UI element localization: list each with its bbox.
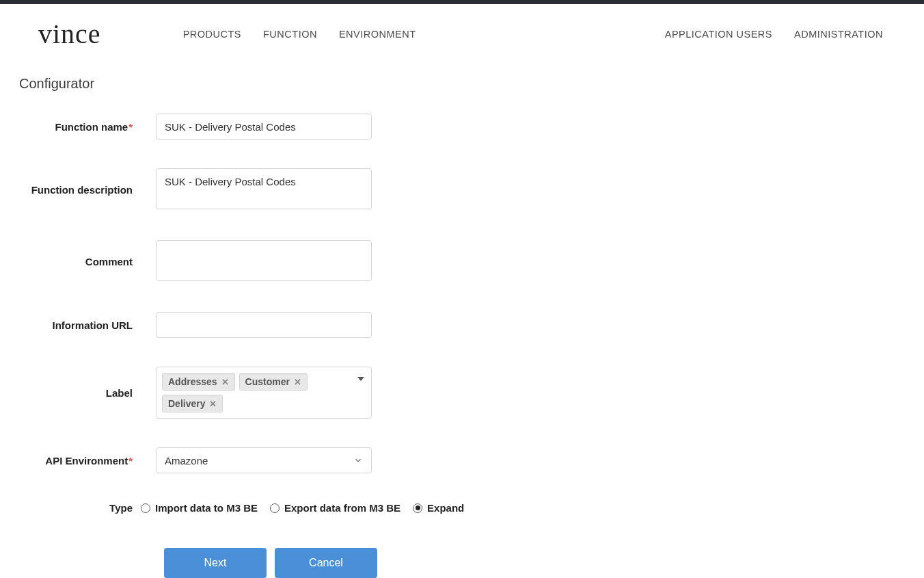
brand-logo: vince <box>38 18 101 50</box>
label-comment: Comment <box>0 256 141 267</box>
row-information-url: Information URL <box>0 312 924 338</box>
radio-export[interactable]: Export data from M3 BE <box>270 502 400 514</box>
tag-text: Addresses <box>168 376 217 387</box>
radio-icon <box>141 503 150 513</box>
tag-remove-icon[interactable]: ✕ <box>294 377 301 387</box>
radio-label: Export data from M3 BE <box>284 502 400 514</box>
tag-remove-icon[interactable]: ✕ <box>221 377 229 387</box>
radio-icon <box>413 503 422 513</box>
label-function-name: Function name* <box>0 121 141 133</box>
radio-label: Expand <box>427 502 464 514</box>
nav-left: PRODUCTS FUNCTION ENVIRONMENT <box>183 29 416 40</box>
row-function-name: Function name* <box>0 114 924 140</box>
information-url-input[interactable] <box>156 312 372 338</box>
select-value: Amazone <box>165 455 208 467</box>
button-row: Next Cancel <box>0 548 924 578</box>
row-label: Label Addresses ✕ Customer ✕ Delivery ✕ <box>0 367 924 419</box>
tag-delivery: Delivery ✕ <box>162 395 223 412</box>
row-comment: Comment <box>0 240 924 283</box>
configurator-form: Function name* Function description SUK … <box>0 100 924 578</box>
tag-remove-icon[interactable]: ✕ <box>209 399 217 409</box>
next-button[interactable]: Next <box>164 548 267 578</box>
radio-label: Import data to M3 BE <box>155 502 258 514</box>
label-text-function-name: Function name <box>55 121 128 133</box>
nav-right: APPLICATION USERS ADMINISTRATION <box>665 29 883 40</box>
nav-administration[interactable]: ADMINISTRATION <box>794 29 883 40</box>
tag-text: Customer <box>245 376 290 387</box>
nav-products[interactable]: PRODUCTS <box>183 29 241 40</box>
row-type: Type Import data to M3 BE Export data fr… <box>0 502 924 514</box>
label-information-url: Information URL <box>0 319 141 331</box>
page-title: Configurator <box>0 64 924 100</box>
row-function-description: Function description SUK - Delivery Post… <box>0 168 924 211</box>
cancel-button[interactable]: Cancel <box>275 548 377 578</box>
function-name-input[interactable] <box>156 114 372 140</box>
nav-environment[interactable]: ENVIRONMENT <box>339 29 416 40</box>
radio-icon <box>270 503 280 513</box>
comment-input[interactable] <box>156 240 372 281</box>
radio-expand[interactable]: Expand <box>413 502 464 514</box>
label-type: Type <box>0 502 141 514</box>
tag-customer: Customer ✕ <box>239 373 308 391</box>
tag-text: Delivery <box>168 398 205 409</box>
label-text-api-environment: API Environment <box>45 455 128 467</box>
label-function-description: Function description <box>0 184 141 196</box>
radio-import[interactable]: Import data to M3 BE <box>141 502 258 514</box>
nav-function[interactable]: FUNCTION <box>263 29 317 40</box>
label-label: Label <box>0 387 141 399</box>
required-asterisk: * <box>128 455 133 467</box>
tag-addresses: Addresses ✕ <box>162 373 235 391</box>
api-environment-select[interactable]: Amazone <box>156 447 372 473</box>
function-description-input[interactable]: SUK - Delivery Postal Codes <box>156 168 372 209</box>
caret-down-icon[interactable] <box>357 377 364 381</box>
row-api-environment: API Environment* Amazone <box>0 447 924 473</box>
label-api-environment: API Environment* <box>0 455 141 467</box>
header: vince PRODUCTS FUNCTION ENVIRONMENT APPL… <box>0 4 924 64</box>
label-tag-input[interactable]: Addresses ✕ Customer ✕ Delivery ✕ <box>156 367 372 419</box>
chevron-down-icon <box>353 456 363 465</box>
required-asterisk: * <box>128 121 133 133</box>
nav-application-users[interactable]: APPLICATION USERS <box>665 29 772 40</box>
